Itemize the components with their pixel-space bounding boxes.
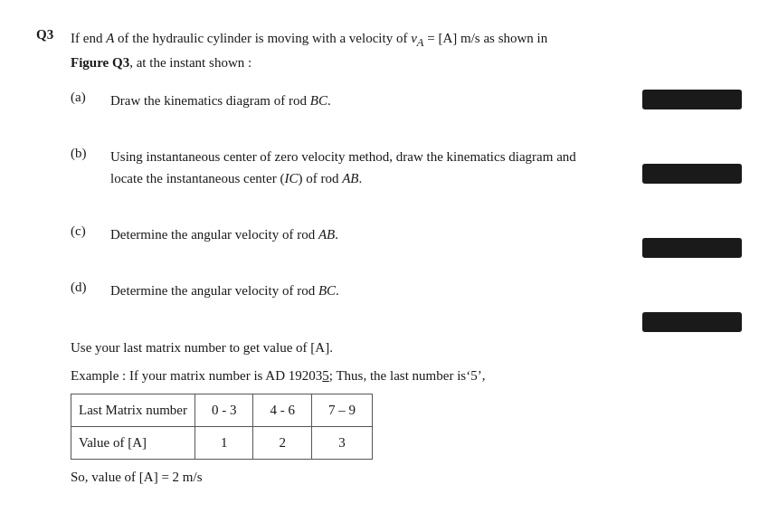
sub-part-a-label: (a) xyxy=(71,90,96,105)
sub-part-a: (a) Draw the kinematics diagram of rod B… xyxy=(71,90,742,111)
redacted-bars-column xyxy=(642,90,742,332)
sub-parts-list: (a) Draw the kinematics diagram of rod B… xyxy=(71,90,742,301)
intro-text-1: If end xyxy=(71,31,106,45)
sub-part-d: (d) Determine the angular velocity of ro… xyxy=(71,280,742,301)
sub-parts-container: (a) Draw the kinematics diagram of rod B… xyxy=(36,90,742,301)
sub-part-b-label: (b) xyxy=(71,146,96,161)
value-section: Use your last matrix number to get value… xyxy=(71,336,742,489)
intro-text-end: , at the instant shown : xyxy=(129,55,251,70)
table-header-label: Last Matrix number xyxy=(71,394,195,427)
question-block: Q3 If end A of the hydraulic cylinder is… xyxy=(36,27,742,73)
intro-text-2: of the hydraulic cylinder is moving with… xyxy=(114,31,547,45)
intro-a: A xyxy=(106,31,114,45)
value-conclusion: So, value of [A] = 2 m/s xyxy=(71,465,742,489)
matrix-table: Last Matrix number 0 - 3 4 - 6 7 – 9 Val… xyxy=(71,394,373,460)
table-value-3: 3 xyxy=(311,427,372,460)
redacted-bar-2 xyxy=(642,164,742,184)
underlined-digit: 5 xyxy=(322,368,329,383)
figure-label: Figure Q3 xyxy=(71,55,129,70)
rod-ab-b: AB xyxy=(342,171,358,185)
ic-label: IC xyxy=(284,171,298,185)
sub-part-c-label: (c) xyxy=(71,223,96,239)
sub-part-d-label: (d) xyxy=(71,280,96,295)
table-header-col1: 0 - 3 xyxy=(194,394,253,427)
redacted-bar-4 xyxy=(642,312,742,332)
redacted-bar-3 xyxy=(642,238,742,258)
rod-ab-c: AB xyxy=(318,227,335,242)
sub-part-c: (c) Determine the angular velocity of ro… xyxy=(71,223,742,245)
rod-bc-a: BC xyxy=(310,93,327,108)
value-line2: Example : If your matrix number is AD 19… xyxy=(71,364,742,388)
question-text: If end A of the hydraulic cylinder is mo… xyxy=(71,27,742,73)
table-header-col2: 4 - 6 xyxy=(253,394,312,427)
table-header-col3: 7 – 9 xyxy=(311,394,372,427)
sub-part-b: (b) Using instantaneous center of zero v… xyxy=(71,146,742,189)
question-label: Q3 xyxy=(36,27,62,73)
rod-bc-d: BC xyxy=(318,283,336,298)
redacted-bar-1 xyxy=(642,90,742,109)
table-row-label: Value of [A] xyxy=(71,427,195,460)
table-value-1: 1 xyxy=(194,427,253,460)
table-value-2: 2 xyxy=(253,427,312,460)
value-line1: Use your last matrix number to get value… xyxy=(71,336,742,360)
